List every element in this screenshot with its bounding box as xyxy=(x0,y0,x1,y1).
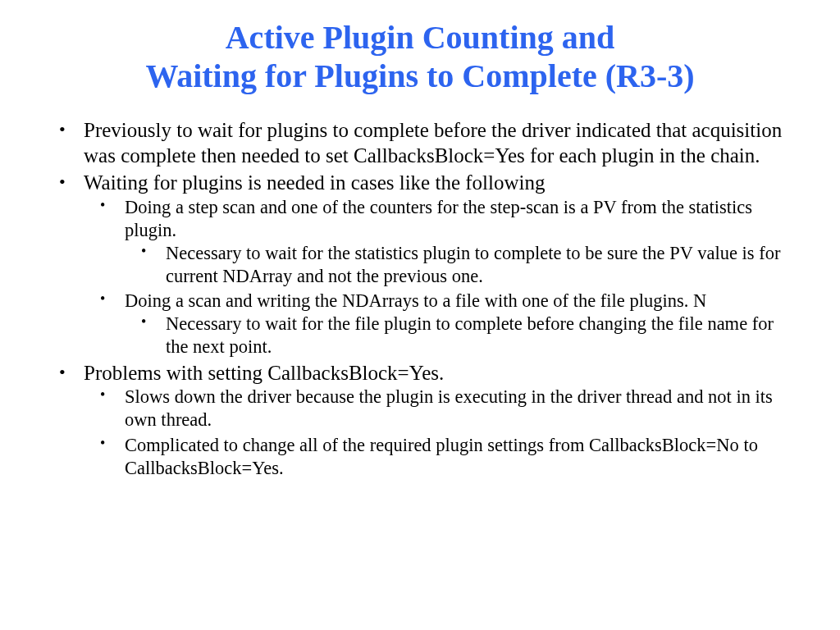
list-item: Complicated to change all of the require… xyxy=(84,434,799,480)
bullet-text: Necessary to wait for the statistics plu… xyxy=(166,243,780,286)
list-item: Problems with setting CallbacksBlock=Yes… xyxy=(41,361,799,480)
bullet-sublist: Doing a step scan and one of the counter… xyxy=(84,196,799,359)
slide: Active Plugin Counting and Waiting for P… xyxy=(0,0,840,630)
title-line-1: Active Plugin Counting and xyxy=(226,19,615,56)
bullet-sublist: Necessary to wait for the file plugin to… xyxy=(125,313,799,358)
list-item: Waiting for plugins is needed in cases l… xyxy=(41,171,799,359)
bullet-sublist: Necessary to wait for the statistics plu… xyxy=(125,242,799,288)
bullet-text: Previously to wait for plugins to comple… xyxy=(84,119,782,167)
bullet-sublist: Slows down the driver because the plugin… xyxy=(84,386,799,480)
bullet-text: Doing a step scan and one of the counter… xyxy=(125,197,752,240)
slide-title: Active Plugin Counting and Waiting for P… xyxy=(41,18,799,95)
list-item: Doing a step scan and one of the counter… xyxy=(84,196,799,289)
list-item: Necessary to wait for the statistics plu… xyxy=(125,242,799,288)
bullet-text: Necessary to wait for the file plugin to… xyxy=(166,313,774,357)
bullet-text: Complicated to change all of the require… xyxy=(125,435,758,478)
list-item: Previously to wait for plugins to comple… xyxy=(41,118,799,169)
bullet-text: Problems with setting CallbacksBlock=Yes… xyxy=(84,362,444,384)
bullet-text: Slows down the driver because the plugin… xyxy=(125,386,773,430)
list-item: Necessary to wait for the file plugin to… xyxy=(125,313,799,358)
title-line-2: Waiting for Plugins to Complete (R3-3) xyxy=(145,57,694,94)
list-item: Doing a scan and writing the NDArrays to… xyxy=(84,290,799,358)
bullet-list: Previously to wait for plugins to comple… xyxy=(41,118,799,479)
bullet-text: Waiting for plugins is needed in cases l… xyxy=(84,171,545,194)
list-item: Slows down the driver because the plugin… xyxy=(84,386,799,431)
bullet-text: Doing a scan and writing the NDArrays to… xyxy=(125,290,706,311)
